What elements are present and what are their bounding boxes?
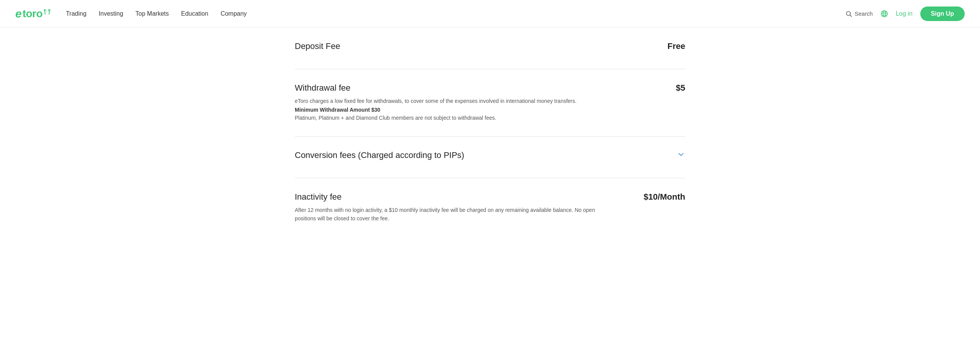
login-button[interactable]: Log in: [896, 10, 913, 17]
logo-text: e: [15, 7, 22, 20]
signup-button[interactable]: Sign Up: [920, 7, 965, 21]
svg-line-1: [850, 15, 852, 16]
logo-brand: toro: [23, 8, 42, 20]
logo[interactable]: e toro: [15, 7, 51, 20]
conversion-fees-left: Conversion fees (Charged according to PI…: [295, 150, 639, 164]
withdrawal-fee-desc: eToro charges a low fixed fee for withdr…: [295, 97, 609, 105]
withdrawal-fee-title: Withdrawal fee: [295, 83, 609, 93]
search-label: Search: [854, 10, 873, 17]
inactivity-fee-right: $10/Month: [639, 192, 685, 202]
nav-item-company[interactable]: Company: [220, 10, 247, 17]
withdrawal-fee-row: Withdrawal fee eToro charges a low fixed…: [295, 69, 685, 137]
inactivity-fee-row: Inactivity fee After 12 months with no l…: [295, 178, 685, 237]
deposit-fee-left: Deposit Fee: [295, 41, 639, 55]
withdrawal-fee-extra-note: Platinum, Platinum + and Diamond Club me…: [295, 114, 609, 122]
deposit-fee-value: Free: [668, 41, 685, 51]
inactivity-fee-desc: After 12 months with no login activity, …: [295, 206, 609, 223]
deposit-fee-title: Deposit Fee: [295, 41, 609, 51]
withdrawal-fee-value: $5: [676, 83, 685, 93]
nav-links: Trading Investing Top Markets Education …: [66, 10, 845, 17]
nav-item-investing[interactable]: Investing: [99, 10, 123, 17]
main-content: Deposit Fee Free Withdrawal fee eToro ch…: [279, 28, 701, 237]
language-icon[interactable]: [880, 10, 888, 18]
nav-item-top-markets[interactable]: Top Markets: [136, 10, 169, 17]
navbar: e toro Trading Investing Top Markets Edu…: [0, 0, 980, 28]
nav-right: Search Log in Sign Up: [845, 7, 965, 21]
chevron-down-icon: [677, 150, 685, 159]
withdrawal-fee-right: $5: [639, 83, 685, 93]
search-button[interactable]: Search: [845, 10, 873, 17]
withdrawal-fee-left: Withdrawal fee eToro charges a low fixed…: [295, 83, 639, 122]
nav-item-trading[interactable]: Trading: [66, 10, 87, 17]
deposit-fee-right: Free: [639, 41, 685, 51]
inactivity-fee-title: Inactivity fee: [295, 192, 609, 202]
conversion-fees-row[interactable]: Conversion fees (Charged according to PI…: [295, 137, 685, 178]
search-icon: [845, 10, 852, 17]
nav-item-education[interactable]: Education: [181, 10, 208, 17]
logo-horns-icon: [44, 9, 51, 16]
inactivity-fee-left: Inactivity fee After 12 months with no l…: [295, 192, 639, 223]
conversion-fees-right: [639, 150, 685, 159]
conversion-fees-title: Conversion fees (Charged according to PI…: [295, 150, 609, 160]
deposit-fee-row: Deposit Fee Free: [295, 28, 685, 69]
withdrawal-fee-bold-note: Minimum Withdrawal Amount $30: [295, 107, 609, 113]
inactivity-fee-value: $10/Month: [644, 192, 685, 202]
